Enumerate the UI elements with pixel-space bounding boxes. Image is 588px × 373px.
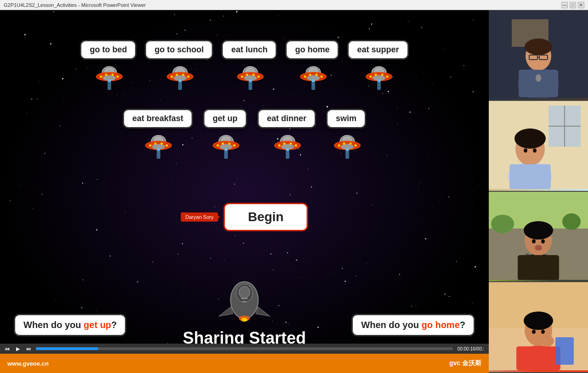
svg-point-9 — [116, 76, 119, 78]
svg-point-19 — [182, 74, 184, 76]
ufo-icon — [299, 61, 326, 91]
svg-point-73 — [222, 143, 224, 145]
svg-point-21 — [179, 79, 181, 82]
maximize-btn[interactable]: □ — [570, 2, 576, 8]
playback-bar: ⏮ ▶ ⏭ 00:00:16/00:: — [0, 344, 489, 354]
svg-point-85 — [290, 143, 292, 145]
svg-point-97 — [354, 145, 356, 147]
titlebar-controls[interactable]: — □ ✕ — [561, 2, 584, 8]
ufo-icon — [144, 130, 171, 160]
svg-point-61 — [149, 145, 152, 147]
word-card[interactable]: eat supper — [347, 40, 408, 60]
svg-rect-151 — [555, 337, 574, 365]
svg-point-62 — [154, 143, 157, 145]
progress-track[interactable] — [36, 347, 453, 350]
svg-point-136 — [532, 239, 536, 243]
gvc-logo: gvc 金沃斯 — [449, 359, 481, 367]
svg-point-147 — [532, 330, 536, 334]
time-display: 00:00:16/00:: — [456, 345, 486, 352]
svg-point-87 — [286, 148, 289, 151]
svg-point-7 — [105, 74, 107, 76]
word-card[interactable]: go to bed — [80, 40, 136, 60]
svg-point-75 — [233, 145, 236, 147]
svg-point-83 — [278, 145, 281, 147]
minimize-btn[interactable]: — — [561, 2, 568, 8]
word-card[interactable]: go to school — [145, 40, 213, 60]
word-card-container: go home — [285, 40, 339, 91]
phrase-left-highlight: get up — [84, 320, 111, 330]
svg-rect-141 — [518, 255, 559, 280]
video-tile-4 — [489, 282, 588, 373]
phrase-right-post: ? — [460, 320, 465, 330]
svg-point-51 — [375, 74, 377, 76]
svg-point-76 — [225, 148, 227, 151]
phrase-left-pre: When do you — [23, 320, 84, 330]
svg-point-72 — [217, 145, 219, 147]
word-card-container: eat supper — [347, 40, 408, 91]
ufo-icon — [236, 61, 263, 91]
word-card[interactable]: go home — [285, 40, 339, 60]
svg-point-41 — [315, 74, 317, 76]
svg-point-6 — [100, 76, 102, 78]
phrase-right-highlight: go home — [421, 320, 459, 330]
svg-point-132 — [562, 213, 581, 230]
ufo-icon — [165, 61, 193, 91]
footer-bar: www.gveoe.cn gvc 金沃斯 — [0, 354, 489, 373]
svg-rect-116 — [519, 70, 558, 97]
svg-point-137 — [541, 239, 545, 243]
word-card-container: go to bed — [80, 40, 136, 91]
word-card[interactable]: eat dinner — [257, 109, 316, 128]
footer-website: www.gveoe.cn — [7, 360, 49, 367]
svg-rect-106 — [241, 298, 248, 299]
svg-point-146 — [524, 312, 553, 330]
svg-point-126 — [533, 148, 537, 152]
svg-point-39 — [304, 76, 306, 78]
svg-point-65 — [157, 148, 160, 151]
footer-logo-area: gvc 金沃斯 — [449, 359, 481, 367]
word-card-container: swim — [326, 109, 366, 160]
svg-point-64 — [166, 145, 168, 147]
word-card-container: eat lunch — [221, 40, 277, 91]
svg-point-112 — [525, 39, 552, 55]
video-tile-3 — [489, 192, 588, 283]
svg-rect-127 — [509, 164, 551, 189]
svg-point-30 — [252, 74, 254, 76]
video-tile-2 — [489, 101, 588, 192]
svg-point-52 — [381, 74, 384, 76]
begin-button[interactable]: Begin — [224, 203, 308, 231]
svg-point-17 — [170, 76, 173, 78]
svg-point-138 — [535, 245, 542, 251]
word-card[interactable]: eat breakfast — [123, 109, 193, 128]
svg-point-42 — [320, 76, 322, 78]
ufo-icon — [364, 61, 392, 91]
word-card[interactable]: get up — [203, 109, 247, 128]
svg-point-18 — [175, 74, 178, 76]
svg-point-95 — [343, 143, 345, 145]
forward-btn[interactable]: ⏭ — [24, 345, 33, 352]
word-card-container: eat breakfast — [123, 109, 193, 160]
word-card[interactable]: swim — [326, 109, 366, 128]
svg-point-117 — [536, 74, 541, 82]
svg-point-50 — [370, 76, 372, 78]
word-cards-row2: eat breakfast get up — [0, 109, 489, 160]
titlebar: G2P1U4L2S2_Lesson_Activities - Microsoft… — [0, 0, 588, 10]
play-btn[interactable]: ▶ — [14, 345, 22, 353]
svg-point-124 — [514, 128, 546, 149]
ufo-icon — [333, 130, 360, 160]
svg-point-8 — [111, 74, 113, 76]
svg-point-40 — [309, 74, 311, 76]
svg-point-149 — [541, 335, 554, 346]
svg-point-29 — [246, 74, 248, 76]
presentation-area: go to bed go to school — [0, 10, 489, 373]
ufo-icon — [211, 130, 239, 160]
phrase-right: When do you go home? — [351, 314, 475, 336]
rewind-btn[interactable]: ⏮ — [3, 345, 11, 352]
begin-area: Daryan Sory Begin — [181, 203, 308, 231]
close-btn[interactable]: ✕ — [578, 2, 584, 8]
svg-point-135 — [524, 221, 553, 239]
svg-point-63 — [161, 143, 163, 145]
video-tile-1 — [489, 10, 588, 101]
player-label: Daryan Sory — [181, 212, 218, 222]
word-card[interactable]: eat lunch — [221, 40, 277, 60]
svg-point-86 — [295, 145, 297, 147]
